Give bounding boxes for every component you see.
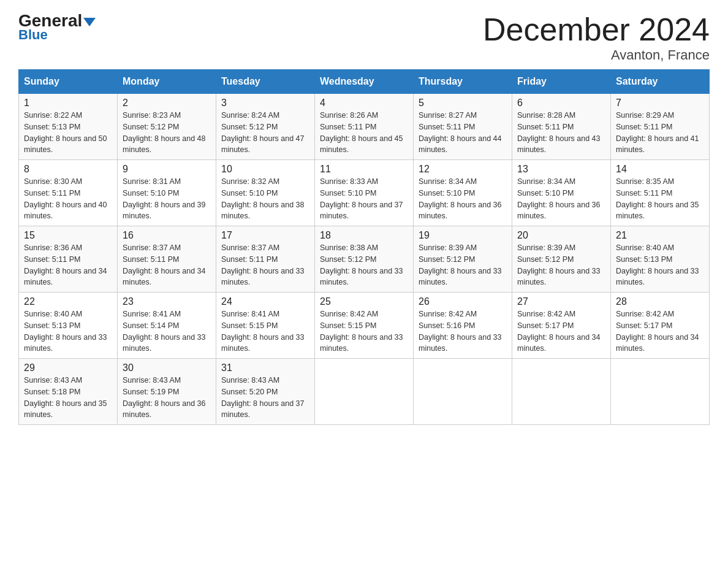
day-info: Sunrise: 8:26 AMSunset: 5:11 PMDaylight:… xyxy=(320,111,403,154)
day-cell xyxy=(611,359,710,425)
day-info: Sunrise: 8:42 AMSunset: 5:17 PMDaylight:… xyxy=(616,310,699,353)
day-number: 15 xyxy=(24,230,112,241)
day-info: Sunrise: 8:37 AMSunset: 5:11 PMDaylight:… xyxy=(221,243,305,286)
week-row-4: 22Sunrise: 8:40 AMSunset: 5:13 PMDayligh… xyxy=(19,293,710,359)
day-cell: 17Sunrise: 8:37 AMSunset: 5:11 PMDayligh… xyxy=(216,226,315,293)
day-cell: 15Sunrise: 8:36 AMSunset: 5:11 PMDayligh… xyxy=(19,226,118,293)
day-number: 11 xyxy=(320,164,408,175)
day-info: Sunrise: 8:34 AMSunset: 5:10 PMDaylight:… xyxy=(419,177,502,220)
day-cell: 16Sunrise: 8:37 AMSunset: 5:11 PMDayligh… xyxy=(118,226,216,293)
day-number: 1 xyxy=(24,98,112,109)
day-info: Sunrise: 8:22 AMSunset: 5:13 PMDaylight:… xyxy=(24,111,107,154)
day-cell xyxy=(315,359,414,425)
day-cell: 12Sunrise: 8:34 AMSunset: 5:10 PMDayligh… xyxy=(414,160,512,226)
week-row-5: 29Sunrise: 8:43 AMSunset: 5:18 PMDayligh… xyxy=(19,359,710,425)
day-cell: 14Sunrise: 8:35 AMSunset: 5:11 PMDayligh… xyxy=(611,160,710,226)
day-number: 27 xyxy=(517,296,605,307)
col-monday: Monday xyxy=(118,70,216,94)
day-info: Sunrise: 8:41 AMSunset: 5:15 PMDaylight:… xyxy=(221,310,305,353)
day-cell: 26Sunrise: 8:42 AMSunset: 5:16 PMDayligh… xyxy=(414,293,512,359)
day-info: Sunrise: 8:33 AMSunset: 5:10 PMDaylight:… xyxy=(320,177,403,220)
day-info: Sunrise: 8:42 AMSunset: 5:15 PMDaylight:… xyxy=(320,310,403,353)
day-info: Sunrise: 8:30 AMSunset: 5:11 PMDaylight:… xyxy=(24,177,107,220)
day-number: 4 xyxy=(320,98,408,109)
day-info: Sunrise: 8:24 AMSunset: 5:12 PMDaylight:… xyxy=(221,111,305,154)
day-cell: 20Sunrise: 8:39 AMSunset: 5:12 PMDayligh… xyxy=(512,226,611,293)
day-cell: 4Sunrise: 8:26 AMSunset: 5:11 PMDaylight… xyxy=(315,94,414,160)
day-cell: 25Sunrise: 8:42 AMSunset: 5:15 PMDayligh… xyxy=(315,293,414,359)
day-info: Sunrise: 8:39 AMSunset: 5:12 PMDaylight:… xyxy=(419,243,502,286)
day-info: Sunrise: 8:42 AMSunset: 5:17 PMDaylight:… xyxy=(517,310,601,353)
logo-sub: Blue xyxy=(18,27,48,43)
calendar-table: Sunday Monday Tuesday Wednesday Thursday… xyxy=(18,69,710,425)
header-row: Sunday Monday Tuesday Wednesday Thursday… xyxy=(19,70,710,94)
day-cell: 5Sunrise: 8:27 AMSunset: 5:11 PMDaylight… xyxy=(414,94,512,160)
day-info: Sunrise: 8:40 AMSunset: 5:13 PMDaylight:… xyxy=(616,243,699,286)
day-number: 16 xyxy=(123,230,211,241)
day-info: Sunrise: 8:27 AMSunset: 5:11 PMDaylight:… xyxy=(419,111,502,154)
week-row-3: 15Sunrise: 8:36 AMSunset: 5:11 PMDayligh… xyxy=(19,226,710,293)
day-cell: 27Sunrise: 8:42 AMSunset: 5:17 PMDayligh… xyxy=(512,293,611,359)
day-info: Sunrise: 8:37 AMSunset: 5:11 PMDaylight:… xyxy=(123,243,206,286)
col-friday: Friday xyxy=(512,70,611,94)
header: General Blue December 2024 Avanton, Fran… xyxy=(18,12,710,63)
day-number: 29 xyxy=(24,362,112,373)
day-number: 31 xyxy=(221,362,309,373)
day-cell: 2Sunrise: 8:23 AMSunset: 5:12 PMDaylight… xyxy=(118,94,216,160)
day-cell xyxy=(512,359,611,425)
day-cell: 11Sunrise: 8:33 AMSunset: 5:10 PMDayligh… xyxy=(315,160,414,226)
title-block: December 2024 Avanton, France xyxy=(483,12,710,63)
day-number: 28 xyxy=(616,296,704,307)
day-info: Sunrise: 8:29 AMSunset: 5:11 PMDaylight:… xyxy=(616,111,699,154)
col-thursday: Thursday xyxy=(414,70,512,94)
col-sunday: Sunday xyxy=(19,70,118,94)
day-info: Sunrise: 8:36 AMSunset: 5:11 PMDaylight:… xyxy=(24,243,107,286)
logo: General Blue xyxy=(18,12,96,43)
day-info: Sunrise: 8:42 AMSunset: 5:16 PMDaylight:… xyxy=(419,310,502,353)
day-cell: 31Sunrise: 8:43 AMSunset: 5:20 PMDayligh… xyxy=(216,359,315,425)
day-info: Sunrise: 8:35 AMSunset: 5:11 PMDaylight:… xyxy=(616,177,699,220)
day-number: 17 xyxy=(221,230,309,241)
day-cell: 3Sunrise: 8:24 AMSunset: 5:12 PMDaylight… xyxy=(216,94,315,160)
day-cell: 10Sunrise: 8:32 AMSunset: 5:10 PMDayligh… xyxy=(216,160,315,226)
day-number: 2 xyxy=(123,98,211,109)
col-wednesday: Wednesday xyxy=(315,70,414,94)
day-number: 6 xyxy=(517,98,605,109)
day-cell: 18Sunrise: 8:38 AMSunset: 5:12 PMDayligh… xyxy=(315,226,414,293)
day-cell: 23Sunrise: 8:41 AMSunset: 5:14 PMDayligh… xyxy=(118,293,216,359)
day-info: Sunrise: 8:38 AMSunset: 5:12 PMDaylight:… xyxy=(320,243,403,286)
page-title: December 2024 xyxy=(483,12,710,47)
day-number: 20 xyxy=(517,230,605,241)
day-cell xyxy=(414,359,512,425)
day-cell: 24Sunrise: 8:41 AMSunset: 5:15 PMDayligh… xyxy=(216,293,315,359)
day-info: Sunrise: 8:39 AMSunset: 5:12 PMDaylight:… xyxy=(517,243,601,286)
day-cell: 30Sunrise: 8:43 AMSunset: 5:19 PMDayligh… xyxy=(118,359,216,425)
day-cell: 8Sunrise: 8:30 AMSunset: 5:11 PMDaylight… xyxy=(19,160,118,226)
day-info: Sunrise: 8:31 AMSunset: 5:10 PMDaylight:… xyxy=(123,177,206,220)
day-number: 10 xyxy=(221,164,309,175)
day-number: 21 xyxy=(616,230,704,241)
day-number: 8 xyxy=(24,164,112,175)
day-cell: 6Sunrise: 8:28 AMSunset: 5:11 PMDaylight… xyxy=(512,94,611,160)
day-number: 26 xyxy=(419,296,507,307)
day-number: 12 xyxy=(419,164,507,175)
logo-triangle-icon xyxy=(83,18,96,26)
day-info: Sunrise: 8:41 AMSunset: 5:14 PMDaylight:… xyxy=(123,310,206,353)
day-number: 7 xyxy=(616,98,704,109)
day-cell: 28Sunrise: 8:42 AMSunset: 5:17 PMDayligh… xyxy=(611,293,710,359)
day-info: Sunrise: 8:43 AMSunset: 5:20 PMDaylight:… xyxy=(221,376,305,419)
day-number: 23 xyxy=(123,296,211,307)
day-number: 25 xyxy=(320,296,408,307)
col-tuesday: Tuesday xyxy=(216,70,315,94)
week-row-2: 8Sunrise: 8:30 AMSunset: 5:11 PMDaylight… xyxy=(19,160,710,226)
day-number: 18 xyxy=(320,230,408,241)
day-cell: 22Sunrise: 8:40 AMSunset: 5:13 PMDayligh… xyxy=(19,293,118,359)
col-saturday: Saturday xyxy=(611,70,710,94)
day-info: Sunrise: 8:43 AMSunset: 5:19 PMDaylight:… xyxy=(123,376,206,419)
day-cell: 19Sunrise: 8:39 AMSunset: 5:12 PMDayligh… xyxy=(414,226,512,293)
day-cell: 7Sunrise: 8:29 AMSunset: 5:11 PMDaylight… xyxy=(611,94,710,160)
day-number: 22 xyxy=(24,296,112,307)
day-info: Sunrise: 8:40 AMSunset: 5:13 PMDaylight:… xyxy=(24,310,107,353)
day-cell: 13Sunrise: 8:34 AMSunset: 5:10 PMDayligh… xyxy=(512,160,611,226)
week-row-1: 1Sunrise: 8:22 AMSunset: 5:13 PMDaylight… xyxy=(19,94,710,160)
